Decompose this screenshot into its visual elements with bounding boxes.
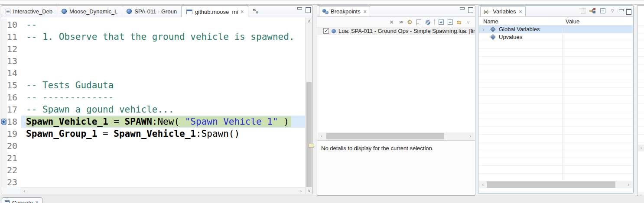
collapse-all-icon[interactable]: − bbox=[446, 18, 454, 26]
variable-row-upvalues[interactable]: Upvalues bbox=[479, 33, 633, 41]
editor-tab-SPA-011 - Groun[interactable]: SPA-011 - Groun bbox=[122, 6, 182, 17]
code-line-10[interactable]: 10-- bbox=[1, 19, 305, 31]
minimize-breakpoints-button[interactable] bbox=[459, 7, 465, 12]
annotation-ruler[interactable] bbox=[1, 176, 7, 187]
code-line-19[interactable]: 19Spawn_Group_1 = Spawn_Vehicle_1:Spawn(… bbox=[1, 128, 305, 140]
annotation-ruler[interactable] bbox=[1, 164, 7, 176]
minimize-editor-button[interactable] bbox=[297, 7, 302, 12]
scroll-down-icon[interactable]: ∨ bbox=[306, 187, 313, 194]
code-text[interactable] bbox=[21, 164, 305, 176]
scroll-up-icon[interactable]: ∧ bbox=[306, 18, 313, 24]
editor-tab-github.moose_mi[interactable]: github.moose_mi× bbox=[182, 6, 248, 17]
code-text[interactable] bbox=[21, 55, 305, 67]
code-editor[interactable]: 10--11-- 1. Observe that the ground vehi… bbox=[1, 17, 305, 187]
filter-breakpoints-icon[interactable]: ⚙ bbox=[406, 18, 414, 26]
scroll-right-icon[interactable]: › bbox=[298, 188, 304, 194]
variables-column-header[interactable]: Name Value bbox=[479, 17, 633, 26]
remove-breakpoint-icon[interactable]: × bbox=[387, 18, 396, 26]
editor-tab-Interactive_Deb[interactable]: Interactive_Deb bbox=[1, 6, 57, 17]
code-text[interactable]: -- ------------- bbox=[21, 91, 305, 103]
link-with-debug-view-icon[interactable]: ⇆ bbox=[455, 18, 463, 26]
annotation-ruler[interactable] bbox=[1, 43, 7, 55]
breakpoints-horizontal-scrollbar[interactable]: ‹ › bbox=[318, 132, 475, 140]
minimize-variables-button[interactable] bbox=[618, 9, 624, 13]
code-text[interactable]: -- bbox=[21, 19, 305, 31]
variables-table[interactable]: Name Value ›Global VariablesUpvalues bbox=[479, 17, 633, 180]
code-line-18[interactable]: 18Spawn_Vehicle_1 = SPAWN:New( "Spawn Ve… bbox=[1, 116, 305, 128]
code-text[interactable] bbox=[21, 140, 305, 152]
scroll-left-icon[interactable]: ‹ bbox=[638, 145, 644, 151]
breakpoint-checkbox[interactable] bbox=[323, 28, 329, 34]
code-text[interactable] bbox=[21, 67, 305, 79]
scroll-left-icon[interactable]: ‹ bbox=[319, 132, 325, 140]
tab-console[interactable]: Console × bbox=[2, 197, 42, 203]
annotation-ruler[interactable] bbox=[1, 79, 7, 91]
code-line-20[interactable]: 20 bbox=[1, 140, 305, 152]
code-line-23[interactable]: 23 bbox=[1, 176, 305, 187]
annotation-ruler[interactable] bbox=[1, 152, 7, 164]
code-line-14[interactable]: 14 bbox=[1, 67, 305, 79]
sash-grip[interactable] bbox=[308, 144, 314, 148]
editor-horizontal-scrollbar[interactable]: ‹ › bbox=[20, 187, 305, 194]
code-text[interactable]: -- Tests Gudauta bbox=[21, 79, 305, 91]
horizontal-scroll-thumb[interactable] bbox=[487, 181, 615, 188]
close-icon[interactable]: × bbox=[364, 9, 367, 15]
scroll-right-icon[interactable]: › bbox=[467, 132, 474, 140]
code-line-15[interactable]: 15-- Tests Gudauta bbox=[1, 79, 305, 91]
scroll-left-icon[interactable]: ‹ bbox=[21, 188, 28, 194]
annotation-ruler[interactable] bbox=[1, 91, 7, 103]
annotation-ruler[interactable] bbox=[1, 19, 7, 31]
column-name[interactable]: Name bbox=[479, 17, 562, 25]
expand-chevron-icon[interactable]: › bbox=[482, 26, 485, 33]
skip-all-breakpoints-icon[interactable] bbox=[424, 18, 432, 26]
code-text[interactable] bbox=[21, 152, 305, 164]
annotation-ruler[interactable] bbox=[1, 67, 7, 79]
code-text[interactable]: -- Spawn a gound vehicle... bbox=[21, 103, 305, 116]
collapse-all-icon[interactable]: − bbox=[598, 7, 607, 15]
tab-variables[interactable]: (x)= Variables × bbox=[480, 6, 526, 16]
code-line-12[interactable]: 12 bbox=[1, 43, 305, 55]
view-menu-icon[interactable]: ▽ bbox=[608, 7, 617, 15]
annotation-ruler[interactable] bbox=[1, 116, 7, 128]
annotation-ruler[interactable] bbox=[1, 128, 7, 140]
code-line-13[interactable]: 13 bbox=[1, 55, 305, 67]
annotation-ruler[interactable] bbox=[1, 140, 7, 152]
close-icon[interactable]: × bbox=[519, 9, 522, 15]
code-text[interactable] bbox=[21, 43, 305, 55]
column-value[interactable]: Value bbox=[562, 17, 579, 25]
close-icon[interactable]: × bbox=[36, 200, 39, 203]
editor-vertical-scrollbar[interactable]: ∧ ∨ bbox=[305, 18, 312, 194]
variables-horizontal-scrollbar[interactable]: ‹ › bbox=[479, 181, 633, 188]
show-logical-structure-icon[interactable]: ⇒ bbox=[589, 7, 597, 15]
show-type-names-icon[interactable] bbox=[579, 7, 587, 15]
goto-file-for-breakpoint-icon[interactable] bbox=[415, 18, 423, 26]
breakpoint-item[interactable]: Lua: SPA-011 - Ground Ops - Simple Spawn… bbox=[317, 27, 475, 35]
editor-tab-overflow[interactable]: »8 bbox=[248, 6, 260, 17]
variable-row-global-variables[interactable]: ›Global Variables bbox=[479, 26, 633, 33]
remove-all-breakpoints-icon[interactable]: ×× bbox=[397, 18, 405, 26]
maximize-variables-button[interactable] bbox=[626, 9, 631, 13]
code-line-17[interactable]: 17-- Spawn a gound vehicle... bbox=[1, 103, 305, 116]
code-text[interactable] bbox=[21, 176, 305, 187]
maximize-editor-button[interactable] bbox=[305, 7, 311, 12]
maximize-breakpoints-button[interactable] bbox=[468, 7, 473, 12]
scroll-left-icon[interactable]: ‹ bbox=[480, 181, 486, 188]
code-text[interactable]: -- 1. Observe that the ground vehicle is… bbox=[21, 31, 305, 43]
close-icon[interactable]: × bbox=[241, 9, 244, 15]
annotation-ruler[interactable] bbox=[1, 103, 7, 116]
tab-breakpoints[interactable]: Breakpoints × bbox=[319, 6, 370, 16]
scroll-right-icon[interactable]: › bbox=[625, 181, 632, 188]
code-line-11[interactable]: 11-- 1. Observe that the ground vehicle … bbox=[1, 31, 305, 43]
annotation-ruler[interactable] bbox=[1, 55, 7, 67]
horizontal-scroll-thumb[interactable] bbox=[326, 133, 444, 139]
view-menu-icon[interactable]: ▽ bbox=[464, 18, 472, 26]
code-text[interactable]: Spawn_Group_1 = Spawn_Vehicle_1:Spawn() bbox=[21, 128, 305, 140]
annotation-ruler[interactable] bbox=[1, 31, 7, 43]
code-line-22[interactable]: 22 bbox=[1, 164, 305, 176]
vertical-scroll-thumb[interactable] bbox=[306, 82, 312, 187]
code-line-16[interactable]: 16-- ------------- bbox=[1, 91, 305, 103]
code-line-21[interactable]: 21 bbox=[1, 152, 305, 164]
editor-tab-Moose_Dynamic_L[interactable]: Moose_Dynamic_L bbox=[57, 6, 122, 17]
expand-all-icon[interactable]: + bbox=[437, 18, 445, 26]
code-text[interactable]: Spawn_Vehicle_1 = SPAWN:New( "Spawn Vehi… bbox=[21, 116, 305, 128]
